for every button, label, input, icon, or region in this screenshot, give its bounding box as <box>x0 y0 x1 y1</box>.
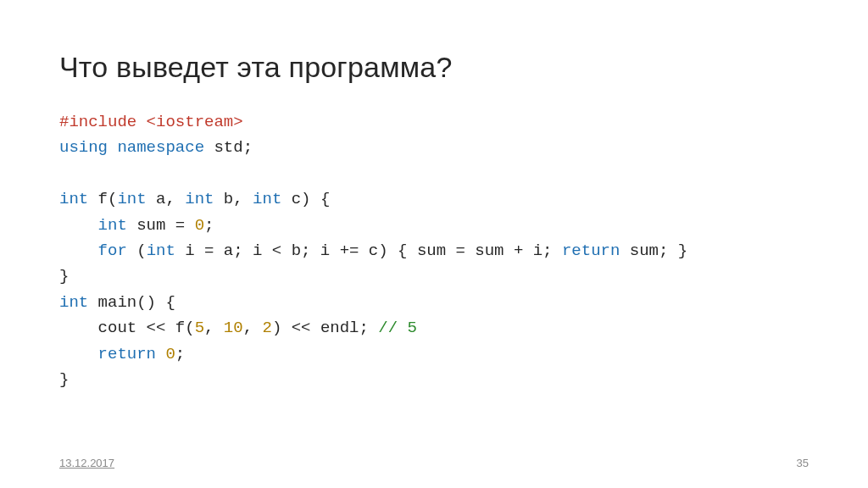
code-token: return <box>562 241 630 260</box>
code-token: int <box>147 241 186 260</box>
code-token: using namespace <box>59 138 214 157</box>
code-token: for <box>98 241 137 260</box>
code-token: 0 <box>165 345 175 363</box>
code-token: a, <box>156 190 185 208</box>
code-token: int <box>185 190 224 208</box>
footer-page-number: 35 <box>797 457 809 469</box>
code-token: } <box>59 370 69 389</box>
code-line: using namespace std; <box>59 135 809 160</box>
code-token <box>59 345 98 363</box>
code-token: int <box>253 190 292 208</box>
code-token: return <box>98 345 166 363</box>
code-token: } <box>59 267 69 286</box>
code-line: cout << f(5, 10, 2) << endl; // 5 <box>59 315 809 341</box>
code-token: 5 <box>195 319 204 337</box>
code-line: return 0; <box>59 341 809 367</box>
code-token: 0 <box>195 216 204 235</box>
code-token: cout << f( <box>59 319 195 337</box>
slide: Что выведет эта программа? #include <ios… <box>0 0 868 488</box>
code-token: int <box>59 293 98 312</box>
code-token: c) { <box>292 190 331 208</box>
code-line: #include <iostream> <box>59 109 809 135</box>
code-token: 2 <box>262 319 271 337</box>
code-block: #include <iostream>using namespace std; … <box>59 109 809 392</box>
code-token: ) << endl; <box>272 319 378 337</box>
code-token: ; <box>175 345 185 363</box>
code-token: f( <box>98 190 118 208</box>
code-token: b, <box>224 190 253 208</box>
code-token: int <box>117 190 156 208</box>
code-token: int <box>59 190 98 208</box>
code-line: for (int i = a; i < b; i += c) { sum = s… <box>59 238 809 263</box>
code-token: int <box>98 216 137 235</box>
code-line: int main() { <box>59 290 809 315</box>
code-line: int f(int a, int b, int c) { <box>59 186 809 212</box>
code-token: ( <box>136 241 146 260</box>
code-token: sum; } <box>630 241 687 260</box>
code-token: std; <box>214 138 253 157</box>
code-line: } <box>59 263 809 289</box>
code-line <box>59 161 809 186</box>
code-token <box>59 241 98 260</box>
code-token: i = a; i < b; i += c) { sum = sum + i; <box>185 241 562 260</box>
code-token: // 5 <box>378 319 417 337</box>
slide-title: Что выведет эта программа? <box>59 51 809 84</box>
code-line: int sum = 0; <box>59 213 809 238</box>
footer-date: 13.12.2017 <box>59 457 114 469</box>
code-token: #include <iostream> <box>59 113 243 131</box>
code-token: sum = <box>136 216 194 235</box>
code-token: main() { <box>98 293 175 312</box>
code-token: ; <box>204 216 214 235</box>
code-token <box>59 216 98 235</box>
code-token: , <box>204 319 224 337</box>
code-token: 10 <box>224 319 243 337</box>
code-line: } <box>59 367 809 392</box>
code-token: , <box>243 319 263 337</box>
